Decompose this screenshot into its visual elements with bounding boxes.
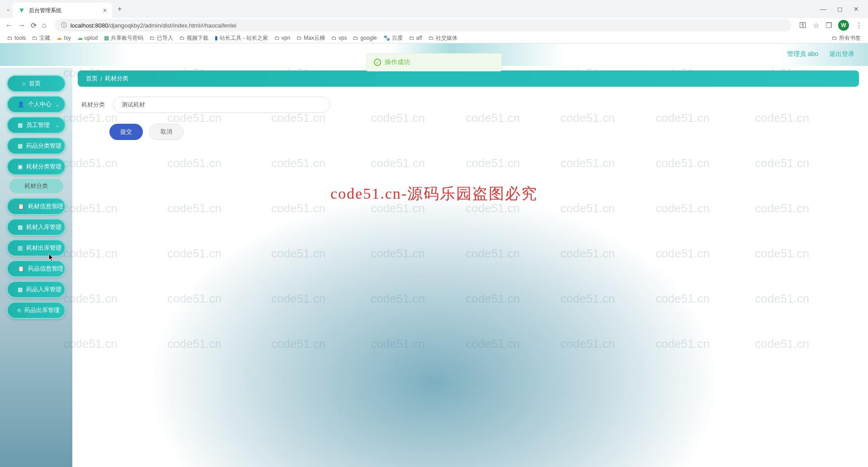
sidebar-item-profile[interactable]: 👤个人中心⌄ xyxy=(7,96,66,113)
sidebar-item-label: 员工管理 xyxy=(26,121,50,129)
folder-icon: 🗀 xyxy=(32,35,38,41)
address-bar: ← → ⟳ ⌂ ⓘ localhost:8080/djangoqkby2/adm… xyxy=(0,18,868,33)
sidebar-item-label: 个人中心 xyxy=(28,100,52,108)
vue-favicon: ▼ xyxy=(18,7,25,14)
bookmark-video[interactable]: 🗀视频下载 xyxy=(179,34,208,42)
bookmark-webmaster[interactable]: ▮站长工具 - 站长之家 xyxy=(215,34,268,42)
sidebar-item-staff[interactable]: ▦员工管理⌄ xyxy=(7,117,66,134)
breadcrumb-current: 耗材分类 xyxy=(105,75,128,83)
browser-tab[interactable]: ▼ 后台管理系统 × xyxy=(13,3,112,18)
breadcrumb-home[interactable]: 首页 xyxy=(86,75,98,83)
sidebar-item-drug-in[interactable]: ▦药品入库管理⌄ xyxy=(7,281,66,298)
form-row: 耗材分类 xyxy=(81,97,859,113)
tab-close-icon[interactable]: × xyxy=(103,7,107,14)
url-bar[interactable]: ⓘ localhost:8080/djangoqkby2/admin/dist/… xyxy=(55,19,791,32)
sidebar-item-drug-info[interactable]: 📋药品信息管理⌄ xyxy=(7,260,66,277)
header-user[interactable]: 管理员 abo xyxy=(787,50,818,58)
kebab-menu-icon[interactable]: ⋮ xyxy=(855,21,863,30)
bookmark-imported[interactable]: 🗀已导入 xyxy=(150,34,173,42)
close-window-icon[interactable]: ✕ xyxy=(854,5,859,13)
sidebar-item-drug-category[interactable]: ▦药品分类管理⌄ xyxy=(7,137,66,154)
chevron-down-icon: ⌄ xyxy=(56,123,59,128)
folder-icon: 🗀 xyxy=(7,35,13,41)
sidebar-sub-consumable-category[interactable]: 耗材分类 xyxy=(9,179,63,193)
submit-button[interactable]: 提交 xyxy=(109,124,143,140)
password-key-icon[interactable]: ⚿ xyxy=(799,21,807,29)
success-check-icon: ✓ xyxy=(374,59,381,66)
bookmark-all[interactable]: 🗀所有书签 xyxy=(832,34,861,42)
chevron-down-icon: ⌄ xyxy=(56,144,59,149)
reload-icon[interactable]: ⟳ xyxy=(31,21,37,30)
watermark-overlay-text: code51.cn-源码乐园盗图必究 xyxy=(330,183,538,204)
sidebar-item-consumable-in[interactable]: ▦耗材入库管理⌄ xyxy=(7,219,66,236)
form-label: 耗材分类 xyxy=(81,101,105,109)
sidebar: ⌂首页 👤个人中心⌄ ▦员工管理⌄ ▦药品分类管理⌄ ▣耗材分类管理⌄ 耗材分类… xyxy=(0,68,72,467)
chart-icon: ▥ xyxy=(18,245,23,251)
url-text: localhost:8080/djangoqkby2/admin/dist/in… xyxy=(71,22,236,29)
clipboard-icon: 📋 xyxy=(18,266,24,272)
cloud-icon: ☁ xyxy=(57,35,62,41)
sidebar-item-home[interactable]: ⌂首页 xyxy=(7,75,66,92)
chevron-down-icon: ⌄ xyxy=(56,102,59,107)
sidebar-item-consumable-info[interactable]: 📋耗材信息管理⌄ xyxy=(7,198,66,215)
sidebar-item-consumable-out[interactable]: ▥耗材出库管理⌄ xyxy=(7,239,66,257)
grid-icon: ▦ xyxy=(18,224,23,230)
cursor-pointer-icon xyxy=(48,254,55,263)
baidu-icon: 🐾 xyxy=(383,35,390,41)
sidebar-item-label: 首页 xyxy=(29,79,41,88)
grid-icon: ▦ xyxy=(18,143,23,149)
chevron-down-icon: ⌄ xyxy=(56,266,59,271)
tool-icon: ▮ xyxy=(215,35,218,41)
bookmark-shared[interactable]: ▦共享账号密码 xyxy=(104,34,143,42)
bookmark-bar: 🗀tools 🗀宝藏 ☁txy ☁uplod ▦共享账号密码 🗀已导入 🗀视频下… xyxy=(0,33,868,43)
maximize-icon[interactable]: ◻ xyxy=(837,5,843,13)
breadcrumb: 首页 / 耗材分类 xyxy=(78,70,859,87)
folder-icon: 🗀 xyxy=(297,35,302,41)
bookmark-aff[interactable]: 🗀aff xyxy=(409,35,422,41)
bookmark-tools[interactable]: 🗀tools xyxy=(7,35,26,41)
tab-dropdown-icon[interactable]: ⌄ xyxy=(4,6,13,12)
bookmark-uplod[interactable]: ☁uplod xyxy=(77,35,98,41)
folder-icon: 🗀 xyxy=(274,35,280,41)
bookmark-google[interactable]: 🗀google xyxy=(353,35,377,41)
folder-icon: 🗀 xyxy=(150,35,155,41)
minimize-icon[interactable]: — xyxy=(820,5,826,13)
monitor-icon: ▣ xyxy=(18,163,23,170)
main-content: 首页 / 耗材分类 耗材分类 提交 取消 xyxy=(78,70,859,140)
sidebar-item-drug-out[interactable]: ⎋药品出库管理⌄ xyxy=(7,302,66,319)
chevron-down-icon: ⌄ xyxy=(56,204,59,209)
grid-icon: ▦ xyxy=(18,122,23,128)
bookmark-vps[interactable]: 🗀vps xyxy=(331,35,347,41)
chevron-down-icon: ⌄ xyxy=(56,287,59,292)
site-info-icon[interactable]: ⓘ xyxy=(61,21,67,29)
bookmark-baidu[interactable]: 🐾百度 xyxy=(383,34,403,42)
browser-chrome: ⌄ ▼ 后台管理系统 × + — ◻ ✕ ← → ⟳ ⌂ ⓘ localhost… xyxy=(0,0,868,43)
forward-icon[interactable]: → xyxy=(18,21,25,29)
home-icon: ⌂ xyxy=(22,80,25,87)
window-controls: — ◻ ✕ xyxy=(820,5,868,13)
cloud-icon: ☁ xyxy=(77,35,83,41)
cancel-button[interactable]: 取消 xyxy=(149,124,184,140)
tab-title: 后台管理系统 xyxy=(29,7,99,14)
doc-icon: ▦ xyxy=(104,35,109,41)
bookmark-txy[interactable]: ☁txy xyxy=(57,35,71,41)
new-tab-button[interactable]: + xyxy=(112,5,127,13)
bookmark-social[interactable]: 🗀社交媒体 xyxy=(429,34,458,42)
extensions-icon[interactable]: ❐ xyxy=(826,21,832,30)
sidebar-item-label: 药品出库管理 xyxy=(24,306,60,314)
logout-link[interactable]: 退出登录 xyxy=(829,50,854,58)
bookmark-baozang[interactable]: 🗀宝藏 xyxy=(32,34,50,42)
user-icon: 👤 xyxy=(18,101,24,107)
bookmark-max[interactable]: 🗀Max云梯 xyxy=(297,34,325,42)
category-input[interactable] xyxy=(113,97,330,113)
profile-avatar[interactable]: W xyxy=(838,20,849,31)
sidebar-item-consumable-category[interactable]: ▣耗材分类管理⌄ xyxy=(7,158,66,175)
chevron-down-icon: ⌄ xyxy=(56,164,59,169)
star-bookmark-icon[interactable]: ☆ xyxy=(813,21,819,30)
bookmark-vpn[interactable]: 🗀vpn xyxy=(274,35,290,41)
back-icon[interactable]: ← xyxy=(5,21,13,29)
button-row: 提交 取消 xyxy=(109,124,859,140)
toast-message: 操作成功 xyxy=(385,58,410,66)
folder-icon: 🗀 xyxy=(409,35,415,41)
home-icon[interactable]: ⌂ xyxy=(42,21,47,29)
